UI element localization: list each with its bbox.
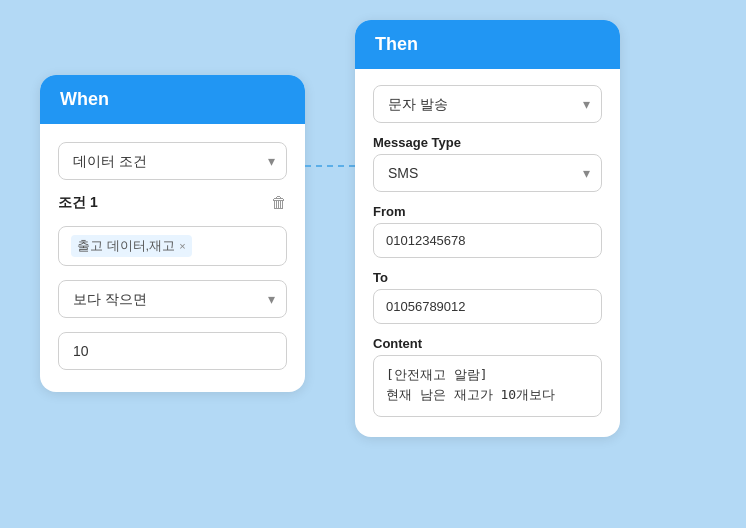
dashed-line-inner [305,165,355,167]
condition-label-row: 조건 1 🗑 [58,194,287,212]
to-group: To [373,270,602,324]
condition-label: 조건 1 [58,194,98,212]
data-condition-select-wrapper: 데이터 조건 ▾ [58,142,287,180]
to-input[interactable] [373,289,602,324]
when-title: When [60,89,109,109]
content-textarea[interactable] [373,355,602,417]
from-group: From [373,204,602,258]
content-label: Content [373,336,602,351]
when-header: When [40,75,305,124]
main-container: When 데이터 조건 ▾ 조건 1 🗑 출고 데이터,재고 × [0,0,746,528]
message-type-select[interactable]: SMS [373,154,602,192]
then-title: Then [375,34,418,54]
tag-item: 출고 데이터,재고 × [71,235,192,257]
tag-text: 출고 데이터,재고 [77,237,175,255]
then-card-body: 문자 발송 ▾ Message Type SMS ▾ From To [355,69,620,437]
connector-line [305,165,355,167]
tag-close-icon[interactable]: × [179,240,185,252]
comparator-select-wrapper: 보다 작으면 ▾ [58,280,287,318]
then-card: Then 문자 발송 ▾ Message Type SMS ▾ From [355,20,620,437]
from-label: From [373,204,602,219]
content-group: Content [373,336,602,417]
when-card: When 데이터 조건 ▾ 조건 1 🗑 출고 데이터,재고 × [40,75,305,392]
comparator-select[interactable]: 보다 작으면 [58,280,287,318]
to-label: To [373,270,602,285]
message-type-label: Message Type [373,135,602,150]
delete-condition-icon[interactable]: 🗑 [271,194,287,212]
message-type-group: Message Type SMS ▾ [373,135,602,192]
threshold-input[interactable] [58,332,287,370]
tag-input-field[interactable]: 출고 데이터,재고 × [58,226,287,266]
then-header: Then [355,20,620,69]
from-input[interactable] [373,223,602,258]
when-card-body: 데이터 조건 ▾ 조건 1 🗑 출고 데이터,재고 × 보다 작으면 ▾ [40,124,305,392]
send-type-select-wrapper: 문자 발송 ▾ [373,85,602,123]
send-type-select[interactable]: 문자 발송 [373,85,602,123]
message-type-select-wrapper: SMS ▾ [373,154,602,192]
data-condition-select[interactable]: 데이터 조건 [58,142,287,180]
